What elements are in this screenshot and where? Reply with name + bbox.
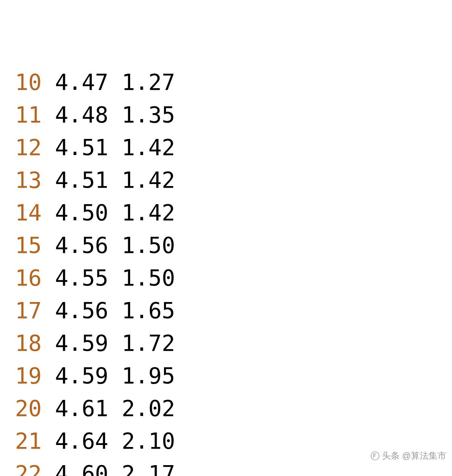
line-number: 13 [15, 167, 41, 193]
column-1-value: 4.47 [55, 69, 108, 95]
column-1-value: 4.48 [55, 102, 108, 128]
column-1-value: 4.56 [55, 232, 108, 258]
line-number: 14 [15, 200, 41, 226]
file-line: 12 4.51 1.42 [2, 131, 452, 164]
line-number: 18 [15, 330, 41, 356]
column-2-value: 1.95 [122, 363, 175, 389]
column-2-value: 2.10 [122, 428, 175, 454]
file-line: 20 4.61 2.02 [2, 392, 452, 425]
column-1-value: 4.60 [55, 461, 108, 476]
column-2-value: 1.42 [122, 167, 175, 193]
line-number: 12 [15, 135, 41, 160]
watermark-icon [371, 451, 379, 460]
column-2-value: 1.35 [122, 102, 175, 128]
column-1-value: 4.51 [55, 167, 108, 193]
file-line: 16 4.55 1.50 [2, 262, 452, 294]
line-number: 17 [15, 298, 41, 323]
line-number: 20 [15, 395, 41, 421]
file-line: 11 4.48 1.35 [2, 99, 452, 131]
file-line: 13 4.51 1.42 [2, 164, 452, 197]
column-1-value: 4.51 [55, 135, 108, 160]
column-1-value: 4.59 [55, 330, 108, 356]
line-number: 16 [15, 265, 41, 291]
line-number: 21 [15, 428, 41, 454]
column-2-value: 2.02 [122, 395, 175, 421]
line-number: 15 [15, 232, 41, 258]
column-1-value: 4.61 [55, 395, 108, 421]
column-1-value: 4.55 [55, 265, 108, 291]
watermark-prefix: 头条 [382, 439, 400, 472]
column-2-value: 1.27 [122, 69, 175, 95]
column-2-value: 1.50 [122, 265, 175, 291]
file-line: 14 4.50 1.42 [2, 197, 452, 229]
file-line: 10 4.47 1.27 [2, 66, 452, 99]
text-editor-viewport[interactable]: 10 4.47 1.27 11 4.48 1.35 12 4.51 1.42 1… [0, 0, 452, 476]
line-number: 11 [15, 102, 41, 128]
watermark: 头条 @算法集市 [371, 439, 446, 472]
line-number: 22 [15, 461, 41, 476]
file-line: 18 4.59 1.72 [2, 327, 452, 360]
file-line: 17 4.56 1.65 [2, 294, 452, 327]
column-1-value: 4.50 [55, 200, 108, 226]
column-2-value: 1.42 [122, 200, 175, 226]
column-1-value: 4.59 [55, 363, 108, 389]
line-number: 10 [15, 69, 41, 95]
column-2-value: 1.42 [122, 135, 175, 160]
column-1-value: 4.56 [55, 298, 108, 323]
column-2-value: 2.17 [122, 461, 175, 476]
column-1-value: 4.64 [55, 428, 108, 454]
column-2-value: 1.50 [122, 232, 175, 258]
file-line: 19 4.59 1.95 [2, 360, 452, 392]
file-line: 15 4.56 1.50 [2, 229, 452, 262]
watermark-handle: @算法集市 [402, 439, 446, 472]
column-2-value: 1.72 [122, 330, 175, 356]
line-number: 19 [15, 363, 41, 389]
column-2-value: 1.65 [122, 298, 175, 323]
